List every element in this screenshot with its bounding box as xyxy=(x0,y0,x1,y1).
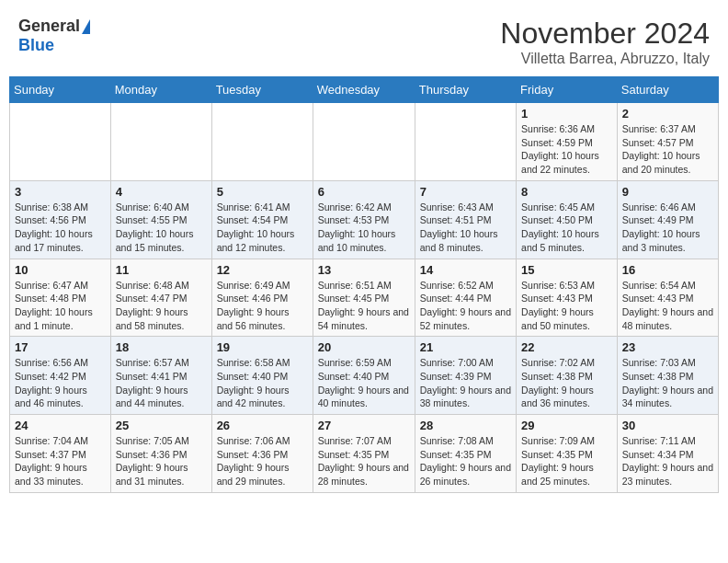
day-info: Sunrise: 6:40 AMSunset: 4:55 PMDaylight:… xyxy=(116,201,207,255)
day-header-wednesday: Wednesday xyxy=(313,77,415,103)
day-info: Sunrise: 6:49 AMSunset: 4:46 PMDaylight:… xyxy=(217,279,308,333)
day-cell: 22Sunrise: 7:02 AMSunset: 4:38 PMDayligh… xyxy=(517,337,618,415)
day-cell: 30Sunrise: 7:11 AMSunset: 4:34 PMDayligh… xyxy=(617,415,718,493)
logo-general-text: General xyxy=(18,17,80,36)
day-cell: 23Sunrise: 7:03 AMSunset: 4:38 PMDayligh… xyxy=(617,337,718,415)
day-info: Sunrise: 6:56 AMSunset: 4:42 PMDaylight:… xyxy=(15,356,106,410)
day-info: Sunrise: 6:51 AMSunset: 4:45 PMDaylight:… xyxy=(318,279,410,333)
day-cell: 17Sunrise: 6:56 AMSunset: 4:42 PMDayligh… xyxy=(10,337,111,415)
calendar-table: SundayMondayTuesdayWednesdayThursdayFrid… xyxy=(9,76,719,493)
header: General Blue November 2024 Villetta Barr… xyxy=(9,9,719,71)
day-info: Sunrise: 6:43 AMSunset: 4:51 PMDaylight:… xyxy=(420,201,511,255)
title-area: November 2024 Villetta Barrea, Abruzzo, … xyxy=(500,17,710,67)
day-info: Sunrise: 6:37 AMSunset: 4:57 PMDaylight:… xyxy=(622,122,713,177)
day-cell: 25Sunrise: 7:05 AMSunset: 4:36 PMDayligh… xyxy=(110,415,211,493)
day-number: 20 xyxy=(318,340,410,354)
day-number: 19 xyxy=(217,340,308,354)
day-number: 4 xyxy=(116,185,207,199)
day-number: 30 xyxy=(622,419,713,432)
location-title: Villetta Barrea, Abruzzo, Italy xyxy=(500,51,710,67)
day-info: Sunrise: 6:52 AMSunset: 4:44 PMDaylight:… xyxy=(420,279,511,333)
day-info: Sunrise: 7:09 AMSunset: 4:35 PMDaylight:… xyxy=(521,434,612,488)
day-info: Sunrise: 7:07 AMSunset: 4:35 PMDaylight:… xyxy=(318,434,410,488)
day-cell xyxy=(415,103,516,181)
day-info: Sunrise: 6:58 AMSunset: 4:40 PMDaylight:… xyxy=(217,356,308,410)
day-cell xyxy=(211,103,313,181)
day-header-thursday: Thursday xyxy=(415,77,516,103)
day-number: 28 xyxy=(420,419,511,432)
day-info: Sunrise: 7:05 AMSunset: 4:36 PMDaylight:… xyxy=(116,434,207,488)
day-cell xyxy=(10,103,111,181)
day-cell: 18Sunrise: 6:57 AMSunset: 4:41 PMDayligh… xyxy=(110,337,211,415)
day-number: 5 xyxy=(217,185,308,199)
day-cell: 26Sunrise: 7:06 AMSunset: 4:36 PMDayligh… xyxy=(211,415,313,493)
day-header-friday: Friday xyxy=(517,77,618,103)
week-row-2: 3Sunrise: 6:38 AMSunset: 4:56 PMDaylight… xyxy=(10,180,719,259)
day-number: 6 xyxy=(318,185,410,199)
day-number: 12 xyxy=(217,263,308,277)
day-number: 27 xyxy=(318,419,410,432)
day-info: Sunrise: 7:02 AMSunset: 4:38 PMDaylight:… xyxy=(521,356,612,410)
day-cell: 4Sunrise: 6:40 AMSunset: 4:55 PMDaylight… xyxy=(110,180,211,259)
day-number: 11 xyxy=(116,263,207,277)
day-info: Sunrise: 6:47 AMSunset: 4:48 PMDaylight:… xyxy=(15,279,106,333)
day-cell: 8Sunrise: 6:45 AMSunset: 4:50 PMDaylight… xyxy=(517,180,618,259)
day-info: Sunrise: 6:45 AMSunset: 4:50 PMDaylight:… xyxy=(521,201,612,255)
day-number: 2 xyxy=(622,107,713,121)
day-number: 9 xyxy=(622,185,713,199)
day-cell: 11Sunrise: 6:48 AMSunset: 4:47 PMDayligh… xyxy=(110,259,211,337)
day-header-tuesday: Tuesday xyxy=(211,77,313,103)
day-number: 13 xyxy=(318,263,410,277)
month-title: November 2024 xyxy=(500,17,710,51)
day-cell: 19Sunrise: 6:58 AMSunset: 4:40 PMDayligh… xyxy=(211,337,313,415)
day-info: Sunrise: 6:57 AMSunset: 4:41 PMDaylight:… xyxy=(116,356,207,410)
day-cell: 13Sunrise: 6:51 AMSunset: 4:45 PMDayligh… xyxy=(313,259,415,337)
day-cell xyxy=(313,103,415,181)
day-number: 29 xyxy=(521,419,612,432)
day-number: 14 xyxy=(420,263,511,277)
day-cell: 3Sunrise: 6:38 AMSunset: 4:56 PMDaylight… xyxy=(10,180,111,259)
day-info: Sunrise: 6:48 AMSunset: 4:47 PMDaylight:… xyxy=(116,279,207,333)
day-number: 3 xyxy=(15,185,106,199)
day-cell: 5Sunrise: 6:41 AMSunset: 4:54 PMDaylight… xyxy=(211,180,313,259)
day-cell: 27Sunrise: 7:07 AMSunset: 4:35 PMDayligh… xyxy=(313,415,415,493)
day-info: Sunrise: 7:00 AMSunset: 4:39 PMDaylight:… xyxy=(420,356,511,410)
days-header-row: SundayMondayTuesdayWednesdayThursdayFrid… xyxy=(10,77,719,103)
day-number: 26 xyxy=(217,419,308,432)
day-number: 18 xyxy=(116,340,207,354)
day-info: Sunrise: 6:41 AMSunset: 4:54 PMDaylight:… xyxy=(217,201,308,255)
day-cell: 9Sunrise: 6:46 AMSunset: 4:49 PMDaylight… xyxy=(617,180,718,259)
day-info: Sunrise: 7:03 AMSunset: 4:38 PMDaylight:… xyxy=(622,356,713,410)
logo: General Blue xyxy=(18,17,90,55)
day-cell: 2Sunrise: 6:37 AMSunset: 4:57 PMDaylight… xyxy=(617,103,718,181)
day-info: Sunrise: 6:36 AMSunset: 4:59 PMDaylight:… xyxy=(521,122,612,177)
week-row-3: 10Sunrise: 6:47 AMSunset: 4:48 PMDayligh… xyxy=(10,259,719,337)
week-row-5: 24Sunrise: 7:04 AMSunset: 4:37 PMDayligh… xyxy=(10,415,719,493)
day-number: 15 xyxy=(521,263,612,277)
day-header-saturday: Saturday xyxy=(617,77,718,103)
week-row-4: 17Sunrise: 6:56 AMSunset: 4:42 PMDayligh… xyxy=(10,337,719,415)
day-info: Sunrise: 6:59 AMSunset: 4:40 PMDaylight:… xyxy=(318,356,410,410)
day-info: Sunrise: 7:04 AMSunset: 4:37 PMDaylight:… xyxy=(15,434,106,488)
day-cell: 1Sunrise: 6:36 AMSunset: 4:59 PMDaylight… xyxy=(517,103,618,181)
day-header-monday: Monday xyxy=(110,77,211,103)
day-cell: 14Sunrise: 6:52 AMSunset: 4:44 PMDayligh… xyxy=(415,259,516,337)
day-number: 8 xyxy=(521,185,612,199)
day-number: 21 xyxy=(420,340,511,354)
day-cell xyxy=(110,103,211,181)
day-info: Sunrise: 6:46 AMSunset: 4:49 PMDaylight:… xyxy=(622,201,713,255)
day-info: Sunrise: 6:42 AMSunset: 4:53 PMDaylight:… xyxy=(318,201,410,255)
day-info: Sunrise: 6:38 AMSunset: 4:56 PMDaylight:… xyxy=(15,201,106,255)
day-cell: 10Sunrise: 6:47 AMSunset: 4:48 PMDayligh… xyxy=(10,259,111,337)
day-number: 22 xyxy=(521,340,612,354)
day-cell: 24Sunrise: 7:04 AMSunset: 4:37 PMDayligh… xyxy=(10,415,111,493)
day-cell: 15Sunrise: 6:53 AMSunset: 4:43 PMDayligh… xyxy=(517,259,618,337)
day-cell: 20Sunrise: 6:59 AMSunset: 4:40 PMDayligh… xyxy=(313,337,415,415)
day-number: 23 xyxy=(622,340,713,354)
day-cell: 29Sunrise: 7:09 AMSunset: 4:35 PMDayligh… xyxy=(517,415,618,493)
week-row-1: 1Sunrise: 6:36 AMSunset: 4:59 PMDaylight… xyxy=(10,103,719,181)
day-info: Sunrise: 7:08 AMSunset: 4:35 PMDaylight:… xyxy=(420,434,511,488)
day-header-sunday: Sunday xyxy=(10,77,111,103)
day-number: 1 xyxy=(521,107,612,121)
logo-blue-text: Blue xyxy=(18,36,54,54)
